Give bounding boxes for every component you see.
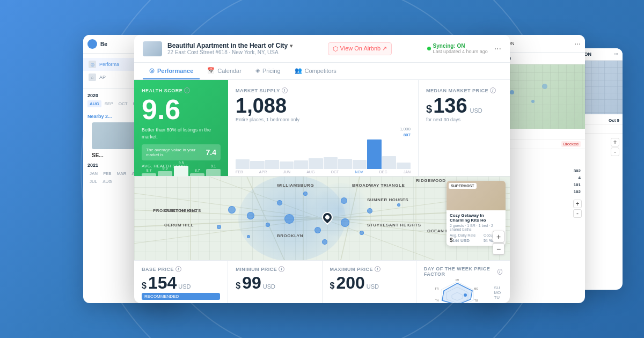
dow-panel: DAY OF THE WEEK PRICE FACTOR i SU MO bbox=[416, 261, 510, 303]
map-dot-1 bbox=[228, 206, 236, 214]
map-zoom-in[interactable]: + bbox=[493, 231, 504, 243]
property-dropdown-icon[interactable]: ▾ bbox=[290, 43, 292, 49]
svg-point-20 bbox=[464, 293, 467, 297]
bar-sep-val: 8.9 bbox=[163, 166, 168, 170]
minp-display: $ 99 USD bbox=[236, 274, 314, 291]
window-header: Beautiful Apartment in the Heart of City… bbox=[134, 35, 510, 63]
far-panel-more[interactable]: ··· bbox=[614, 52, 618, 57]
sp-month-jul21[interactable]: JUL bbox=[87, 178, 99, 185]
calendar-icon: 📅 bbox=[207, 67, 215, 74]
dow-val-tu: TU bbox=[494, 295, 501, 300]
window-content: HEALTH SCORE i 9.6 Better than 80% of li… bbox=[134, 80, 510, 303]
cm-jan: JAN bbox=[404, 170, 411, 174]
ms-chart-months: FEB APR JUN AUG OCT NOV DEC JAN bbox=[236, 170, 411, 174]
daily-rate-val: $144 USD bbox=[450, 237, 475, 243]
tab-competitors[interactable]: 👥 Competitors bbox=[288, 63, 343, 79]
ms-label: MARKET SUPPLY i bbox=[236, 87, 411, 93]
minp-info-icon: i bbox=[279, 266, 284, 272]
mp-label: MEDIAN MARKET PRICE i bbox=[426, 87, 502, 93]
neighborhood-prospect: PROSPECT HEIGHTS bbox=[153, 208, 201, 213]
ms-bar-nov bbox=[367, 139, 381, 169]
right-zoom-in[interactable]: + bbox=[573, 200, 582, 208]
sp-month-jan21[interactable]: JAN bbox=[87, 170, 100, 177]
ms-value: 1,088 bbox=[236, 95, 411, 116]
pricing-row: BASE PRICE i $ 154 USD RECOMMENDED MINIM… bbox=[134, 260, 510, 303]
property-info: Beautiful Apartment in the Heart of City… bbox=[167, 42, 292, 55]
neighborhood-sumner: SUMNER HOUSES bbox=[367, 197, 408, 202]
base-price-panel: BASE PRICE i $ 154 USD RECOMMENDED bbox=[134, 261, 228, 303]
right-row-blocked-badge: Blocked bbox=[561, 141, 581, 147]
last-updated: Last updated 4 hours ago bbox=[433, 49, 488, 54]
rpr-val-4: 4 bbox=[579, 175, 581, 180]
rpr-val-5: 101 bbox=[574, 182, 581, 187]
tab-calendar-label: Calendar bbox=[217, 68, 241, 74]
maxp-label: MAXIMUM PRICE i bbox=[330, 266, 408, 272]
property-thumbnail bbox=[143, 41, 162, 56]
sp-month-oct[interactable]: OCT bbox=[116, 100, 130, 107]
dow-label: DAY OF THE WEEK PRICE FACTOR i bbox=[424, 266, 502, 277]
minp-dollar: $ bbox=[236, 281, 240, 291]
superhost-daily-rate: Avg. Daily Rate $144 USD bbox=[450, 233, 475, 243]
map-dot-13 bbox=[247, 212, 254, 219]
ms-chart-container: 1,000 807 bbox=[236, 127, 411, 174]
minp-label-text: MINIMUM PRICE bbox=[236, 267, 277, 272]
map-zoom-out[interactable]: − bbox=[493, 243, 504, 255]
ms-bar-aug bbox=[324, 157, 338, 169]
competitors-icon: 👥 bbox=[295, 67, 302, 74]
sp-month-feb21[interactable]: FEB bbox=[101, 170, 114, 177]
header-more-btn[interactable]: ··· bbox=[494, 44, 501, 54]
dow-chart: SU MO TU WE TH FR SU MO TU bbox=[424, 279, 502, 303]
map-dot-12 bbox=[322, 239, 327, 245]
ms-highlight-text: 807 bbox=[404, 133, 411, 137]
mp-value: 136 bbox=[433, 95, 467, 116]
tab-performance[interactable]: ◎ Performance bbox=[143, 63, 200, 79]
performance-icon: ◎ bbox=[149, 67, 155, 74]
mp-subtitle: for next 30 days bbox=[426, 117, 502, 122]
superhost-name: Cozy Getaway In Charming Kits Ho bbox=[450, 213, 502, 223]
neighborhood-stuyvesant: STUYVESANT HEIGHTS bbox=[367, 223, 421, 227]
maxp-info-icon: i bbox=[375, 266, 380, 272]
zoom-in-btn[interactable]: + bbox=[611, 138, 619, 146]
svg-marker-13 bbox=[442, 283, 472, 303]
recommended-badge: RECOMMENDED bbox=[142, 293, 220, 300]
ms-label-text: MARKET SUPPLY bbox=[236, 88, 280, 93]
header-left: Beautiful Apartment in the Heart of City… bbox=[143, 41, 292, 56]
maxp-currency: USD bbox=[367, 283, 379, 290]
sp-month-aug21[interactable]: AUG bbox=[100, 178, 114, 185]
airbnb-link[interactable]: ⬡ View On Airbnb ↗ bbox=[328, 42, 392, 55]
sp-month-aug[interactable]: AUG bbox=[87, 100, 101, 107]
neighborhood-ridgewood: RIDGEWOOD bbox=[416, 178, 446, 183]
tab-calendar[interactable]: 📅 Calendar bbox=[201, 63, 248, 79]
map-dot-4 bbox=[266, 223, 270, 227]
ms-subtitle: Entire places, 1 bedroom only bbox=[236, 117, 411, 122]
sp-month-mar21[interactable]: MAR bbox=[115, 170, 129, 177]
right-panel-more[interactable]: ··· bbox=[574, 39, 581, 48]
svg-text:MO: MO bbox=[474, 287, 478, 290]
ms-bar-jan bbox=[397, 163, 411, 169]
ms-bar-mar bbox=[250, 161, 264, 169]
svg-text:FR: FR bbox=[435, 287, 439, 290]
zoom-out-btn[interactable]: - bbox=[611, 148, 619, 156]
svg-text:SU: SU bbox=[456, 279, 459, 281]
property-address: 22 East Cost Street #618 · New York, NY,… bbox=[167, 49, 292, 55]
airbnb-icon: ⬡ bbox=[333, 45, 338, 53]
right-zoom-out[interactable]: - bbox=[573, 209, 582, 218]
hs-avg-text: The average value in your market is bbox=[146, 148, 204, 157]
maxp-amount: 200 bbox=[336, 274, 364, 291]
ms-highlight-val: 807 bbox=[236, 133, 411, 137]
map-background: WILLIAMSBURG BROADWAY TRIANGLE SUMNER HO… bbox=[134, 177, 510, 260]
cm-apr: APR bbox=[259, 170, 267, 174]
dow-val-mo: MO bbox=[494, 290, 501, 295]
dow-info-icon: i bbox=[497, 269, 502, 275]
mp-price-display: $ 136 USD bbox=[426, 95, 502, 116]
cm-oct: OCT bbox=[331, 170, 339, 174]
cm-nov: NOV bbox=[355, 170, 363, 174]
bp-info-icon: i bbox=[175, 266, 181, 272]
ms-bar-feb bbox=[236, 159, 250, 169]
tab-pricing-label: Pricing bbox=[262, 68, 281, 74]
tab-pricing[interactable]: ◈ Pricing bbox=[249, 63, 287, 79]
map-dot-r1 bbox=[510, 90, 514, 94]
bp-dollar: $ bbox=[142, 281, 147, 291]
neighborhood-brooklyn: BROOKLYN bbox=[277, 233, 303, 238]
sp-month-sep[interactable]: SEP bbox=[103, 100, 115, 107]
